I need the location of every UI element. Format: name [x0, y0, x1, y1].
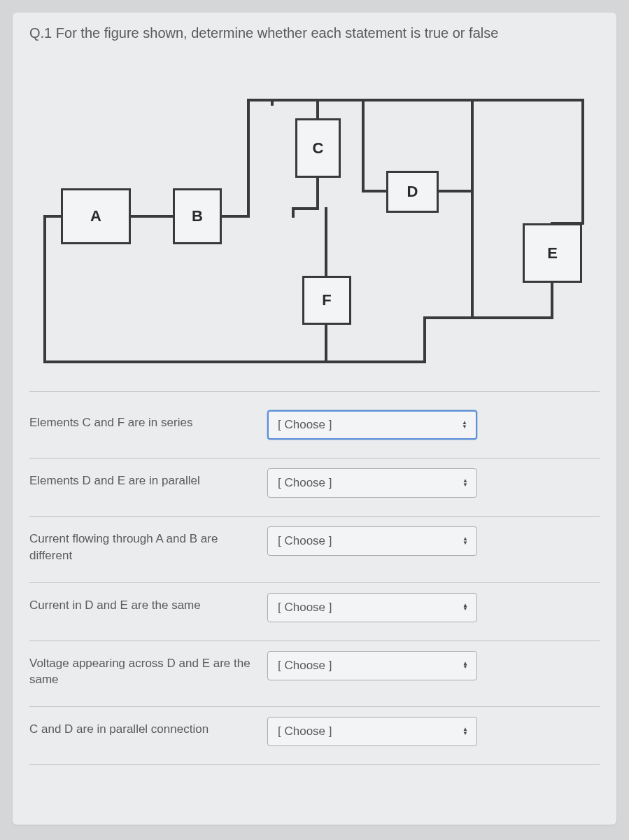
wire	[423, 316, 474, 319]
question-card: Q.1 For the figure shown, determine whet…	[13, 13, 616, 825]
circuit-element-e: E	[523, 223, 582, 283]
dropdown-wrap: [ Choose ]	[267, 651, 477, 680]
question-title: Q.1 For the figure shown, determine whet…	[29, 25, 600, 41]
question-row: Elements C and F are in series[ Choose ]	[29, 391, 600, 458]
question-row: Current in D and E are the same[ Choose …	[29, 583, 600, 641]
wire	[316, 178, 319, 209]
wire	[362, 190, 388, 192]
wire	[247, 99, 584, 102]
wire	[471, 99, 474, 319]
wire	[247, 99, 250, 218]
dropdown-wrap: [ Choose ]	[267, 717, 477, 746]
wire	[439, 190, 474, 192]
statement-text: Elements C and F are in series	[29, 410, 267, 431]
dropdown-value: [ Choose ]	[278, 476, 332, 490]
question-list: Elements C and F are in series[ Choose ]…	[29, 391, 600, 765]
wire	[362, 99, 365, 192]
choose-dropdown[interactable]: [ Choose ]	[267, 468, 477, 498]
wire	[581, 99, 584, 225]
label-c: C	[313, 139, 324, 158]
wire	[471, 316, 553, 319]
question-row: Current flowing through A and B are diff…	[29, 517, 600, 583]
question-row: Elements D and E are in parallel[ Choose…	[29, 458, 600, 517]
chevron-updown-icon	[462, 728, 468, 736]
statement-text: Current in D and E are the same	[29, 593, 267, 614]
wire	[271, 99, 274, 106]
chevron-updown-icon	[462, 537, 468, 545]
choose-dropdown[interactable]: [ Choose ]	[267, 593, 477, 622]
statement-text: C and D are in parallel connection	[29, 717, 267, 738]
wire	[292, 207, 319, 210]
circuit-element-a: A	[61, 188, 131, 244]
label-a: A	[90, 207, 101, 225]
wire	[423, 316, 426, 363]
chevron-updown-icon	[462, 479, 468, 486]
circuit-element-c: C	[295, 118, 341, 178]
chevron-updown-icon	[462, 662, 468, 669]
dropdown-value: [ Choose ]	[278, 534, 332, 548]
question-row: C and D are in parallel connection[ Choo…	[29, 707, 600, 765]
choose-dropdown[interactable]: [ Choose ]	[267, 410, 477, 440]
dropdown-value: [ Choose ]	[278, 418, 332, 432]
circuit-element-b: B	[173, 188, 222, 244]
circuit-diagram: A B C D E F	[29, 69, 600, 391]
wire	[325, 325, 327, 363]
wire	[222, 215, 250, 218]
wire	[551, 222, 584, 225]
wire	[43, 215, 63, 218]
wire	[551, 283, 553, 318]
dropdown-wrap: [ Choose ]	[267, 468, 477, 498]
label-f: F	[322, 291, 331, 309]
wire	[551, 222, 553, 225]
label-d: D	[407, 183, 418, 201]
choose-dropdown[interactable]: [ Choose ]	[267, 717, 477, 746]
label-e: E	[547, 244, 558, 262]
wire	[43, 360, 426, 363]
choose-dropdown[interactable]: [ Choose ]	[267, 651, 477, 680]
dropdown-wrap: [ Choose ]	[267, 410, 477, 440]
chevron-updown-icon	[462, 603, 468, 611]
statement-text: Current flowing through A and B are diff…	[29, 526, 267, 564]
circuit-element-f: F	[302, 276, 351, 325]
statement-text: Elements D and E are in parallel	[29, 468, 267, 489]
wire	[316, 99, 319, 120]
choose-dropdown[interactable]: [ Choose ]	[267, 526, 477, 556]
dropdown-wrap: [ Choose ]	[267, 526, 477, 556]
dropdown-value: [ Choose ]	[278, 659, 332, 673]
wire	[43, 215, 46, 363]
dropdown-wrap: [ Choose ]	[267, 593, 477, 622]
statement-text: Voltage appearing across D and E are the…	[29, 651, 267, 689]
circuit-element-d: D	[386, 171, 439, 213]
chevron-updown-icon	[462, 421, 467, 428]
label-b: B	[192, 207, 203, 225]
wire	[292, 207, 295, 218]
wire	[325, 207, 327, 277]
question-row: Voltage appearing across D and E are the…	[29, 641, 600, 708]
wire	[131, 215, 173, 218]
dropdown-value: [ Choose ]	[278, 724, 332, 738]
dropdown-value: [ Choose ]	[278, 601, 332, 615]
